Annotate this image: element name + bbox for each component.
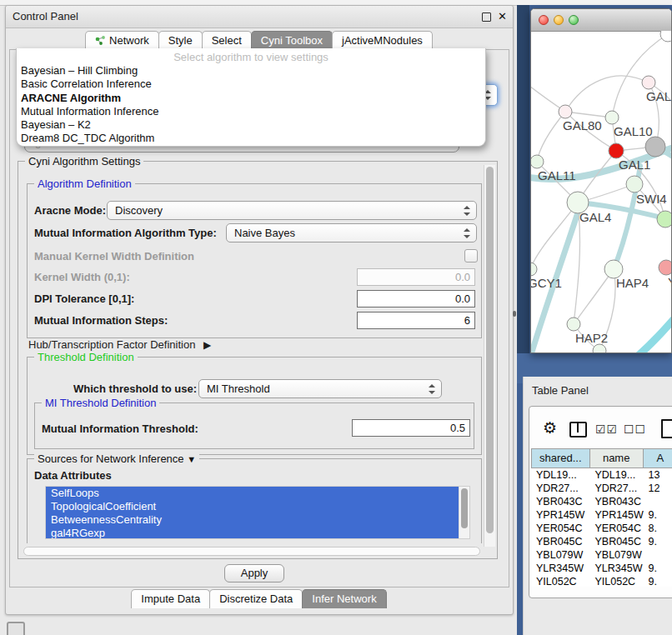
table-row[interactable]: YBR045CYBR045C9.: [531, 535, 672, 548]
network-node[interactable]: [660, 31, 671, 42]
network-node[interactable]: [657, 211, 671, 228]
table-row[interactable]: YBR043CYBR043C: [531, 495, 672, 508]
table-row[interactable]: YDR27...YDR27...12: [531, 482, 672, 495]
aracne-mode-select[interactable]: Discovery: [107, 201, 477, 220]
table-row[interactable]: YDL19...YDL19...13: [531, 468, 672, 482]
zoom-lamp-icon[interactable]: [569, 15, 579, 25]
scrollbar-thumb[interactable]: [461, 488, 468, 528]
manual-kernel-checkbox[interactable]: [464, 249, 478, 262]
network-node-y[interactable]: [659, 260, 671, 275]
table-cell[interactable]: YBR045C: [589, 535, 643, 548]
table-cell[interactable]: YBR043C: [589, 495, 643, 508]
network-edge[interactable]: [626, 299, 671, 352]
panel-splitter-handle[interactable]: [513, 311, 516, 317]
bottom-left-minimized-button[interactable]: [7, 622, 25, 635]
scrollbar-thumb[interactable]: [486, 167, 494, 533]
network-node[interactable]: [593, 344, 606, 352]
column-header[interactable]: shared...: [531, 448, 590, 468]
table-cell[interactable]: YDL19...: [531, 468, 589, 482]
table-cell[interactable]: 9.: [644, 562, 672, 575]
columns-icon[interactable]: [569, 422, 587, 438]
network-window-titlebar[interactable]: [531, 9, 671, 32]
document-icon[interactable]: [661, 419, 672, 438]
mi-steps-input[interactable]: [357, 312, 475, 329]
close-lamp-icon[interactable]: [539, 15, 549, 25]
tab-cyni-toolbox[interactable]: Cyni Toolbox: [251, 31, 333, 50]
settings-vertical-scrollbar[interactable]: [484, 165, 495, 547]
list-vertical-scrollbar[interactable]: [459, 487, 469, 538]
network-node-gal1[interactable]: [609, 143, 624, 158]
gear-icon[interactable]: ⚙: [543, 418, 557, 438]
column-header[interactable]: name: [590, 448, 644, 468]
tab-infer-network[interactable]: Infer Network: [302, 589, 386, 608]
expander-arrow-icon[interactable]: ▶: [203, 339, 211, 351]
kernel-width-input[interactable]: [357, 268, 475, 286]
table-cell[interactable]: 9.: [644, 508, 672, 522]
tab-style[interactable]: Style: [158, 31, 203, 50]
table-cell[interactable]: YBR045C: [531, 535, 589, 548]
algorithm-option[interactable]: Bayesian – K2: [17, 118, 485, 132]
tab-network[interactable]: Network: [85, 31, 159, 50]
network-node-gal11[interactable]: [531, 155, 544, 168]
column-header[interactable]: A: [644, 448, 672, 468]
network-node-gal10[interactable]: [605, 111, 619, 124]
float-window-icon[interactable]: [482, 12, 491, 22]
attribute-item[interactable]: TopologicalCoefficient: [46, 500, 459, 513]
mi-threshold-input[interactable]: [352, 419, 470, 437]
deselect-all-checkboxes-icon[interactable]: ☐☐: [624, 422, 646, 436]
table-cell[interactable]: [644, 495, 672, 508]
network-edge[interactable]: [565, 76, 649, 112]
network-node-swi4[interactable]: [626, 176, 643, 192]
algorithm-option[interactable]: Dream8 DC_TDC Algorithm: [17, 132, 485, 145]
control-panel-titlebar[interactable]: Control Panel ✕: [6, 6, 513, 28]
close-icon[interactable]: ✕: [498, 6, 507, 28]
network-node[interactable]: [645, 137, 665, 157]
table-cell[interactable]: 8.: [644, 522, 672, 535]
which-threshold-select[interactable]: MI Threshold: [198, 379, 442, 398]
table-cell[interactable]: YLR345W: [531, 562, 589, 575]
attribute-item[interactable]: BetweennessCentrality: [46, 513, 459, 527]
tab-select[interactable]: Select: [202, 31, 252, 50]
table-cell[interactable]: YBR043C: [531, 495, 589, 508]
tab-impute-data[interactable]: Impute Data: [131, 589, 210, 608]
table-cell[interactable]: 9.: [644, 535, 672, 548]
table-cell[interactable]: YER054C: [531, 522, 589, 535]
network-node-gcy1[interactable]: [531, 262, 537, 276]
network-edge[interactable]: [574, 269, 614, 324]
mi-algorithm-type-select[interactable]: Naive Bayes: [226, 223, 477, 242]
data-attributes-list[interactable]: SelfLoopsTopologicalCoefficientBetweenne…: [45, 486, 470, 539]
table-row[interactable]: YLR345WYLR345W9.: [531, 562, 672, 575]
table-row[interactable]: YPR145WYPR145W9.: [531, 508, 672, 522]
scrollbar-thumb[interactable]: [23, 547, 480, 556]
table-cell[interactable]: YBL079W: [531, 548, 589, 562]
table-cell[interactable]: YPR145W: [589, 508, 643, 522]
select-all-checkboxes-icon[interactable]: ☑☑: [595, 422, 618, 436]
settings-horizontal-scrollbar[interactable]: [23, 547, 480, 556]
table-cell[interactable]: [644, 548, 672, 562]
table-cell[interactable]: YPR145W: [531, 508, 589, 522]
attribute-item[interactable]: gal4RGexp: [46, 527, 459, 539]
algorithm-option[interactable]: Bayesian – Hill Climbing: [17, 64, 485, 78]
table-cell[interactable]: YBL079W: [589, 548, 643, 562]
table-cell[interactable]: YLR345W: [589, 562, 643, 575]
table-cell[interactable]: 9.: [644, 575, 672, 587]
table-cell[interactable]: YDR27...: [589, 482, 643, 495]
minimize-lamp-icon[interactable]: [554, 15, 564, 25]
apply-button[interactable]: Apply: [224, 564, 284, 582]
algorithm-option[interactable]: Mutual Information Inference: [17, 105, 485, 118]
table-cell[interactable]: 12: [644, 482, 672, 495]
tab-discretize-data[interactable]: Discretize Data: [209, 589, 303, 608]
algorithm-option[interactable]: Basic Correlation Inference: [17, 78, 485, 91]
hub-definition-expander[interactable]: Hub/Transcription Factor Definition ▶: [28, 338, 211, 351]
table-row[interactable]: YBL079WYBL079W: [531, 548, 672, 562]
table-cell[interactable]: YDR27...: [531, 482, 589, 495]
table-cell[interactable]: YDL19...: [589, 468, 643, 482]
network-node-gal[interactable]: [642, 76, 655, 89]
table-row[interactable]: YIL052CYIL052C9.: [531, 575, 672, 587]
table-cell[interactable]: YER054C: [589, 522, 643, 535]
collapse-arrow-icon[interactable]: ▼: [187, 454, 196, 464]
network-edge[interactable]: [537, 112, 565, 162]
dpi-tolerance-input[interactable]: [357, 290, 475, 308]
table-row[interactable]: YER054CYER054C8.: [531, 522, 672, 535]
algorithm-option[interactable]: ARACNE Algorithm: [17, 92, 485, 105]
